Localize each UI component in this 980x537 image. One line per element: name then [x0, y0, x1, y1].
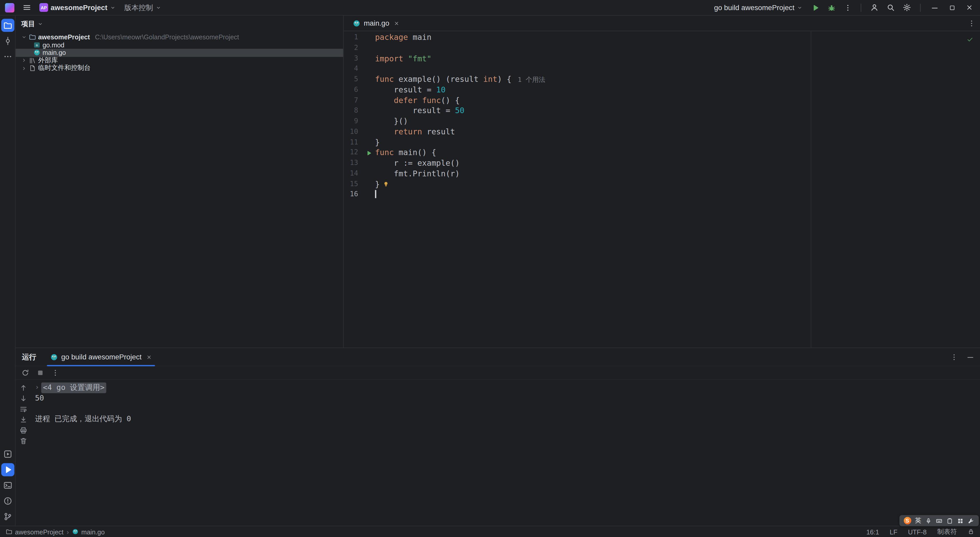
run-config-label: go build awesomeProject — [714, 4, 794, 11]
project-panel-header[interactable]: 项目 — [16, 16, 343, 32]
hide-tool-window-icon[interactable] — [966, 353, 974, 361]
gutter-mark — [363, 74, 375, 85]
more-options-icon[interactable] — [950, 353, 958, 361]
debug-button[interactable] — [824, 0, 839, 14]
close-tab-icon[interactable] — [146, 354, 152, 360]
line-number[interactable]: 1 — [344, 33, 363, 43]
line-number[interactable]: 8 — [344, 106, 363, 116]
tree-item[interactable]: main.go — [16, 49, 343, 56]
line-number[interactable]: 2 — [344, 43, 363, 53]
line-number[interactable]: 7 — [344, 95, 363, 106]
tab-options-button[interactable] — [967, 19, 975, 27]
line-number[interactable]: 16 — [344, 189, 363, 200]
chevron-down-icon — [156, 5, 161, 10]
line-number[interactable]: 3 — [344, 53, 363, 64]
intention-bulb-icon[interactable] — [382, 181, 389, 188]
chevron-right-icon[interactable] — [21, 58, 27, 64]
readonly-lock[interactable] — [967, 528, 975, 535]
tree-item[interactable]: mgo.mod — [16, 41, 343, 49]
go-file-icon — [50, 353, 58, 361]
code-token: import — [375, 53, 403, 63]
line-separator[interactable]: LF — [889, 528, 897, 535]
code-token: ) { — [497, 74, 512, 84]
tree-item[interactable]: 临时文件和控制台 — [16, 65, 343, 72]
run-config-widget[interactable]: go build awesomeProject — [711, 0, 807, 14]
more-options-icon[interactable] — [51, 369, 59, 377]
folder-icon — [29, 33, 36, 41]
rerun-button[interactable] — [21, 369, 29, 377]
code-editor[interactable]: 1package main23import "fmt"45func exampl… — [344, 31, 980, 348]
line-number[interactable]: 10 — [344, 127, 363, 137]
close-window-button[interactable] — [961, 0, 978, 15]
close-tab-icon[interactable] — [394, 20, 399, 26]
main-menu-button[interactable] — [19, 0, 35, 14]
clear-icon[interactable] — [18, 436, 29, 446]
breadcrumb-item[interactable]: main.go — [72, 528, 105, 535]
line-number[interactable]: 12 — [344, 148, 363, 158]
code-text: r := example() — [375, 158, 460, 168]
tree-item[interactable]: awesomeProjectC:\Users\meowr\GolandProje… — [16, 33, 343, 41]
services-tool-button[interactable] — [1, 447, 14, 461]
commit-tool-button[interactable] — [1, 35, 14, 48]
caret-position[interactable]: 16:1 — [866, 528, 879, 535]
tree-item-label: main.go — [43, 49, 66, 56]
maximize-button[interactable] — [944, 0, 960, 15]
run-window-actions — [950, 348, 974, 366]
breadcrumb-item[interactable]: awesomeProject — [6, 528, 64, 535]
more-vertical-icon — [843, 3, 851, 11]
chevron-right-icon[interactable] — [21, 65, 27, 71]
right-margin-guide — [811, 31, 811, 348]
down-icon[interactable] — [18, 393, 29, 403]
tree-item[interactable]: 外部库 — [16, 56, 343, 64]
print-icon[interactable] — [18, 425, 29, 435]
wrench-icon[interactable] — [967, 517, 975, 524]
project-tool-button[interactable] — [1, 19, 14, 32]
scroll-end-icon[interactable] — [18, 414, 29, 424]
line-number[interactable]: 5 — [344, 74, 363, 85]
run-tab[interactable]: go build awesomeProject — [45, 348, 157, 366]
search-everywhere-button[interactable] — [883, 0, 898, 14]
vcs-widget[interactable]: 版本控制 — [120, 0, 165, 14]
indent-style[interactable]: 制表符 — [937, 527, 957, 536]
console-output[interactable]: ›<4 go 设置调用>50 进程 已完成，退出代码为 0 — [31, 380, 980, 526]
line-number[interactable]: 13 — [344, 158, 363, 168]
central-area: 项目 awesomeProjectC:\Users\meowr\GolandPr… — [16, 16, 980, 526]
project-widget[interactable]: AP awesomeProject — [36, 0, 119, 14]
library-icon — [29, 57, 36, 64]
stop-button[interactable] — [36, 369, 44, 377]
mic-icon[interactable] — [925, 517, 932, 524]
run-button[interactable] — [808, 0, 822, 14]
more-actions-button[interactable] — [840, 0, 855, 14]
run-line-icon[interactable] — [363, 148, 375, 158]
sogou-logo-icon[interactable]: S — [904, 517, 911, 524]
account-button[interactable] — [867, 0, 882, 14]
inspection-status-icon[interactable] — [966, 36, 974, 43]
up-icon[interactable] — [18, 383, 29, 392]
version-control-tool-button[interactable] — [1, 510, 14, 523]
line-number[interactable]: 9 — [344, 116, 363, 127]
gutter-mark — [363, 85, 375, 95]
keyboard-icon[interactable] — [936, 517, 943, 524]
line-number[interactable]: 15 — [344, 179, 363, 189]
run-tool-button[interactable] — [1, 463, 14, 477]
line-number[interactable]: 6 — [344, 85, 363, 95]
ime-language-indicator[interactable]: 英 — [915, 516, 921, 525]
grid-icon[interactable] — [957, 517, 964, 524]
editor-tab-main-go[interactable]: main.go — [348, 16, 404, 30]
line-number[interactable]: 11 — [344, 137, 363, 148]
settings-button[interactable] — [899, 0, 915, 14]
code-text: return result — [375, 127, 455, 137]
problems-tool-button[interactable] — [1, 494, 14, 507]
line-number[interactable]: 14 — [344, 168, 363, 179]
file-encoding[interactable]: UTF-8 — [908, 528, 927, 535]
project-tree: awesomeProjectC:\Users\meowr\GolandProje… — [16, 32, 343, 72]
fold-toggle-icon[interactable]: › — [35, 383, 39, 393]
line-number[interactable]: 4 — [344, 64, 363, 74]
minimize-button[interactable] — [926, 0, 943, 15]
terminal-tool-button[interactable] — [1, 479, 14, 492]
folded-lines-chip[interactable]: <4 go 设置调用> — [41, 383, 106, 393]
chevron-down-icon[interactable] — [21, 34, 27, 40]
clipboard-icon[interactable] — [947, 517, 953, 524]
soft-wrap-icon[interactable] — [18, 404, 29, 414]
more-tool-button[interactable] — [1, 50, 14, 63]
